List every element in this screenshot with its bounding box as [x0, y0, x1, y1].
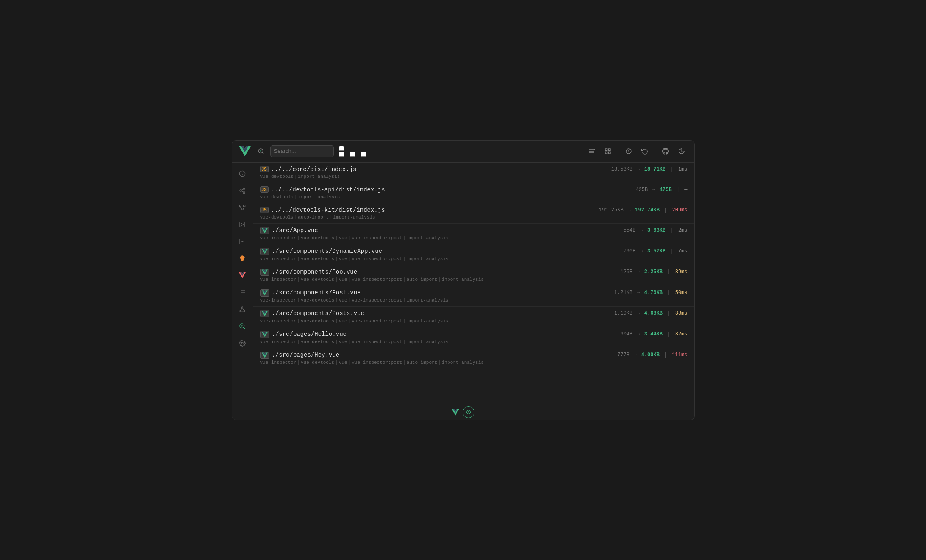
file-size-to: 3.44KB — [644, 331, 663, 337]
file-tag: vue — [339, 339, 347, 344]
node-modules-checkbox[interactable] — [339, 146, 344, 151]
list-view-btn[interactable] — [585, 144, 599, 158]
size-arrow: → — [634, 352, 637, 358]
sidebar-item-info[interactable] — [235, 166, 250, 181]
header — [232, 141, 694, 163]
file-size-from: 1.19KB — [614, 310, 632, 316]
filter-exact-search[interactable] — [361, 152, 368, 157]
file-tag: vue — [339, 256, 347, 261]
sidebar-item-components[interactable] — [235, 200, 250, 215]
file-row[interactable]: JS ../../core/dist/index.js 18.53KB → 18… — [253, 163, 694, 183]
file-size-from: 1.21KB — [614, 290, 632, 296]
file-tags: vue-inspector | vue-devtools | vue | vue… — [260, 256, 688, 261]
file-size-to: 4.68KB — [644, 310, 663, 316]
dark-mode-btn[interactable] — [675, 144, 688, 158]
time-separator: | — [667, 331, 670, 337]
file-row[interactable]: ./src/pages/Hey.vue 777B → 4.00KB | 111m… — [253, 348, 694, 369]
sidebar-item-graph[interactable] — [235, 183, 250, 198]
file-tags: vue-devtools | import-analysis — [260, 194, 688, 200]
filter-node-modules[interactable] — [339, 146, 346, 151]
sidebar-item-timeline[interactable] — [235, 234, 250, 249]
svg-rect-19 — [241, 208, 243, 210]
file-tag: import-analysis — [407, 256, 449, 261]
file-tag: vue-inspector — [260, 256, 297, 261]
file-transform-time: 1ms — [678, 166, 688, 172]
sidebar-item-router[interactable] — [235, 268, 250, 283]
refresh-btn[interactable] — [638, 144, 652, 158]
exact-search-checkbox[interactable] — [361, 152, 366, 157]
file-tags: vue-inspector | vue-devtools | vue | vue… — [260, 236, 688, 241]
sidebar-item-search[interactable] — [235, 319, 250, 334]
file-tag: vue-inspector:post — [352, 360, 402, 365]
svg-point-30 — [242, 307, 243, 308]
file-tags: vue-inspector | vue-devtools | vue | vue… — [260, 319, 688, 324]
file-tag: vue-devtools — [301, 236, 334, 241]
sidebar-item-settings[interactable] — [235, 335, 250, 351]
time-separator: | — [670, 248, 673, 254]
svg-rect-5 — [608, 149, 610, 151]
header-actions — [585, 144, 688, 158]
file-path: ./src/pages/Hello.vue — [272, 331, 347, 338]
file-name-wrap: ./src/components/Foo.vue — [260, 269, 358, 276]
size-arrow: → — [637, 269, 640, 275]
file-path: ../../devtools-kit/dist/index.js — [271, 207, 385, 213]
file-name-wrap: JS ../../devtools-api/dist/index.js — [260, 186, 385, 193]
file-size-to: 2.25KB — [644, 269, 663, 275]
sidebar-item-assets[interactable] — [235, 217, 250, 232]
file-row[interactable]: ./src/components/Post.vue 1.21KB → 4.76K… — [253, 286, 694, 307]
file-tag: import-analysis — [298, 194, 340, 200]
svg-point-39 — [241, 342, 243, 344]
svg-point-14 — [243, 191, 245, 193]
file-tag: import-analysis — [298, 174, 340, 179]
ssr-checkbox[interactable] — [350, 152, 355, 157]
file-transform-time: 39ms — [675, 269, 688, 275]
file-type-badge — [260, 248, 269, 255]
file-size-to: 4.00KB — [641, 352, 660, 358]
file-tag: vue-inspector — [260, 339, 297, 344]
file-row[interactable]: ./src/App.vue 554B → 3.63KB | 2ms vue-in… — [253, 224, 694, 244]
filter-virtual[interactable] — [339, 152, 346, 157]
virtual-checkbox[interactable] — [339, 152, 344, 157]
file-tag: vue-inspector:post — [352, 256, 402, 261]
file-size-info: 1.21KB → 4.76KB | 50ms — [614, 290, 687, 296]
github-btn[interactable] — [659, 144, 672, 158]
file-tag: vue — [339, 236, 347, 241]
file-tags: vue-inspector | vue-devtools | vue | vue… — [260, 339, 688, 344]
search-input[interactable] — [274, 148, 330, 154]
timer-btn[interactable] — [622, 144, 635, 158]
file-name-wrap: ./src/App.vue — [260, 227, 318, 234]
file-list: JS ../../core/dist/index.js 18.53KB → 18… — [253, 163, 694, 405]
file-row[interactable]: ./src/pages/Hello.vue 604B → 3.44KB | 32… — [253, 327, 694, 348]
file-row[interactable]: ./src/components/Foo.vue 125B → 2.25KB |… — [253, 265, 694, 286]
search-mode-icon[interactable] — [255, 145, 267, 157]
search-box[interactable] — [270, 145, 334, 157]
file-tag: vue-devtools — [301, 339, 334, 344]
file-row[interactable]: JS ../../devtools-kit/dist/index.js 191.… — [253, 203, 694, 224]
file-type-badge — [260, 269, 269, 276]
sidebar-item-list[interactable] — [235, 285, 250, 300]
svg-line-16 — [241, 189, 244, 190]
file-path: ./src/components/DynamicApp.vue — [272, 248, 382, 255]
bottom-vue-logo[interactable] — [452, 409, 459, 416]
file-row[interactable]: ./src/components/DynamicApp.vue 790B → 3… — [253, 244, 694, 265]
svg-rect-17 — [239, 205, 241, 207]
file-row[interactable]: JS ../../devtools-api/dist/index.js 425B… — [253, 183, 694, 203]
file-name-wrap: ./src/pages/Hey.vue — [260, 352, 340, 359]
sidebar-item-pinia[interactable] — [235, 251, 250, 266]
file-transform-time: 50ms — [675, 290, 688, 296]
size-arrow: → — [628, 207, 631, 213]
divider-2 — [655, 147, 655, 155]
grid-view-btn[interactable] — [601, 144, 615, 158]
file-tag: vue — [339, 360, 347, 365]
file-tag: import-analysis — [407, 236, 449, 241]
file-tag: vue — [339, 319, 347, 324]
file-size-from: 554B — [624, 227, 636, 233]
bottom-inspector-btn[interactable] — [463, 406, 474, 418]
svg-line-15 — [241, 191, 244, 192]
sidebar-item-network[interactable] — [235, 302, 250, 317]
file-tag: vue-inspector — [260, 236, 297, 241]
file-tag: vue-devtools — [301, 256, 334, 261]
file-tag: auto-import — [407, 360, 438, 365]
filter-ssr[interactable] — [350, 152, 357, 157]
file-row[interactable]: ./src/components/Posts.vue 1.19KB → 4.68… — [253, 307, 694, 327]
